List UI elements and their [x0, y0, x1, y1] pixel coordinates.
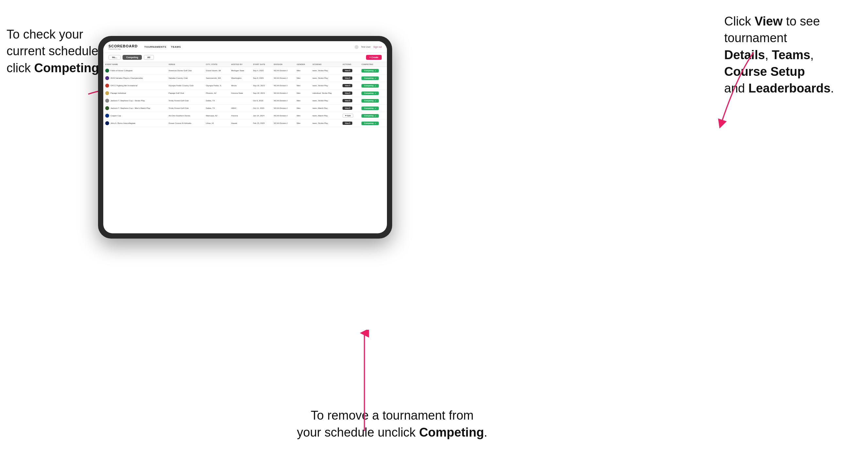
competing-badge[interactable]: Competing: [362, 76, 379, 80]
cell-scoring: team, Match Play: [310, 112, 341, 120]
cell-competing: Competing: [360, 74, 387, 82]
cell-division: NCAA Division I: [272, 90, 295, 97]
cell-hosted-by: Arizona State: [229, 90, 251, 97]
event-name-text: John A. Burns Intercollegiate: [111, 122, 135, 124]
team-logo: [105, 106, 109, 110]
col-hosted-by: HOSTED BY: [229, 62, 251, 67]
filter-bar: Ho... Competing All + Create: [103, 53, 387, 62]
cell-event-name: Papago Individual: [103, 90, 167, 97]
tablet-screen: SCOREBOARD Powered by clipp TOURNAMENTS …: [103, 41, 387, 234]
cell-scoring: team, Stroke Play: [310, 74, 341, 82]
scoreboard-brand: SCOREBOARD Powered by clipp: [108, 44, 137, 50]
cell-event-name: Copper Cup: [103, 112, 167, 120]
cell-start-date: Jan 14, 2024: [251, 112, 272, 120]
event-name-text: Jackson T. Stephens Cup – Stroke Play: [111, 100, 145, 102]
cell-actions: View ℹ: [341, 67, 360, 74]
team-logo: [105, 84, 109, 88]
view-button[interactable]: View ℹ: [342, 84, 352, 87]
create-button[interactable]: + Create: [366, 55, 382, 60]
cell-city-state: Phoenix, AZ: [204, 90, 229, 97]
tournaments-table-container: EVENT NAME VENUE CITY, STATE HOSTED BY S…: [103, 62, 387, 234]
tablet-device: SCOREBOARD Powered by clipp TOURNAMENTS …: [98, 36, 392, 239]
cell-competing: Competing: [360, 90, 387, 97]
nav-links: TOURNAMENTS TEAMS: [144, 45, 354, 49]
view-button[interactable]: View ℹ: [342, 106, 352, 110]
cell-venue: American Dunes Golf Club: [167, 67, 204, 74]
competing-badge[interactable]: Competing: [362, 99, 379, 103]
cell-city-state: Dallas, TX: [204, 104, 229, 112]
cell-actions: View ℹ: [341, 90, 360, 97]
col-city-state: CITY, STATE: [204, 62, 229, 67]
competing-badge[interactable]: Competing: [362, 106, 379, 110]
app-header: SCOREBOARD Powered by clipp TOURNAMENTS …: [103, 41, 387, 53]
cell-start-date: Sep 15, 2023: [251, 82, 272, 90]
nav-tournaments[interactable]: TOURNAMENTS: [144, 45, 166, 49]
cell-division: NCAA Division I: [272, 74, 295, 82]
cell-event-name: OFCC Fighting Illini Invitational: [103, 82, 167, 90]
table-body: Folds of Honor CollegiateAmerican Dunes …: [103, 67, 387, 127]
cell-competing: Competing: [360, 97, 387, 104]
cell-venue: Ak-Chin Southern Dunes: [167, 112, 204, 120]
cell-hosted-by: Washington: [229, 74, 251, 82]
competing-badge[interactable]: Competing: [362, 92, 379, 95]
cell-venue: Trinity Forest Golf Club: [167, 97, 204, 104]
event-name-text: Papago Individual: [111, 92, 126, 94]
event-name-text: Folds of Honor Collegiate: [111, 70, 133, 71]
competing-badge[interactable]: Competing: [362, 122, 379, 125]
cell-start-date: Sep 18, 2023: [251, 90, 272, 97]
annotation-bottom: To remove a tournament from your schedul…: [281, 407, 503, 441]
cell-competing: Competing: [360, 104, 387, 112]
brand-title: SCOREBOARD: [108, 44, 137, 48]
cell-start-date: Sep 4, 2023: [251, 67, 272, 74]
cell-venue: Papago Golf Club: [167, 90, 204, 97]
cell-division: NCAA Division I: [272, 82, 295, 90]
table-row: 2023 Sahalee Players ChampionshipSahalee…: [103, 74, 387, 82]
col-venue: VENUE: [167, 62, 204, 67]
cell-city-state: Sammamish, WA: [204, 74, 229, 82]
competing-badge[interactable]: Competing: [362, 69, 379, 72]
brand-powered: Powered by clipp: [108, 48, 137, 50]
team-logo: [105, 114, 109, 118]
filter-home-btn[interactable]: Ho...: [108, 55, 121, 60]
cell-city-state: Maricopa, AZ: [204, 112, 229, 120]
cell-actions: View ℹ: [341, 104, 360, 112]
cell-event-name: 2023 Sahalee Players Championship: [103, 74, 167, 82]
view-button[interactable]: View ℹ: [342, 69, 352, 72]
competing-badge[interactable]: Competing: [362, 114, 379, 118]
cell-venue: Trinity Forest Golf Club: [167, 104, 204, 112]
col-division: DIVISION: [272, 62, 295, 67]
view-button[interactable]: View ℹ: [342, 99, 352, 102]
table-row: Copper CupAk-Chin Southern DunesMaricopa…: [103, 112, 387, 120]
sign-out-link[interactable]: Sign out: [373, 46, 382, 48]
cell-event-name: Jackson T. Stephens Cup – Stroke Play: [103, 97, 167, 104]
cell-actions: ✏ Edit: [341, 112, 360, 120]
cell-actions: View ℹ: [341, 74, 360, 82]
cell-venue: Sahalee Country Club: [167, 74, 204, 82]
table-row: Papago IndividualPapago Golf ClubPhoenix…: [103, 90, 387, 97]
cell-actions: View ℹ: [341, 82, 360, 90]
cell-hosted-by: Hawaii: [229, 120, 251, 127]
cell-hosted-by: ABAC: [229, 104, 251, 112]
cell-competing: Competing: [360, 120, 387, 127]
annotation-top-right: Click View to see tournament Details, Te…: [724, 13, 862, 97]
cell-hosted-by: Michigan State: [229, 67, 251, 74]
filter-all-btn[interactable]: All: [144, 55, 154, 60]
team-logo: [105, 121, 109, 125]
filter-competing-btn[interactable]: Competing: [123, 55, 142, 60]
table-header: EVENT NAME VENUE CITY, STATE HOSTED BY S…: [103, 62, 387, 67]
team-logo: [105, 76, 109, 80]
nav-teams[interactable]: TEAMS: [171, 45, 181, 49]
view-button[interactable]: View ℹ: [342, 76, 352, 80]
cell-scoring: team, Match Play: [310, 104, 341, 112]
user-icon: [354, 45, 359, 49]
view-button[interactable]: View ℹ: [342, 122, 352, 125]
cell-actions: View ℹ: [341, 97, 360, 104]
cell-venue: Ocean Course At Hokuala: [167, 120, 204, 127]
competing-badge[interactable]: Competing: [362, 84, 379, 88]
view-button[interactable]: View ℹ: [342, 92, 352, 95]
cell-event-name: Folds of Honor Collegiate: [103, 67, 167, 74]
edit-button[interactable]: ✏ Edit: [342, 114, 353, 118]
cell-scoring: team, Stroke Play: [310, 97, 341, 104]
cell-scoring: team, Stroke Play: [310, 82, 341, 90]
user-name: Test User: [361, 46, 371, 48]
